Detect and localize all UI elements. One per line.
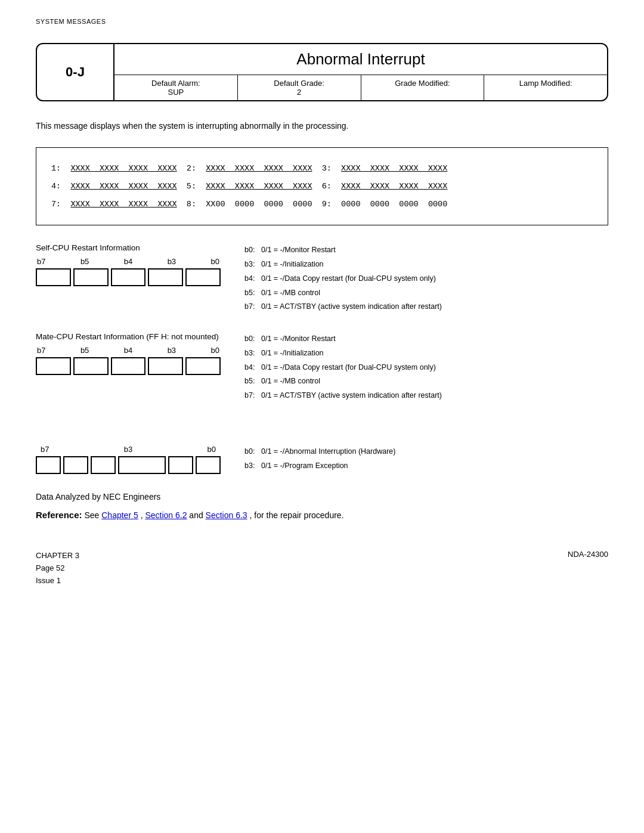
self-cpu-diagram: b7 b5 b4 b3 b0 xyxy=(36,257,221,286)
third-diagram: b7 b3 b0 xyxy=(36,445,221,474)
footer-right: NDA-24300 xyxy=(568,550,608,559)
col-lamp-modified: Lamp Modified: xyxy=(484,75,607,100)
third-bit-info-row-b3: b3: 0/1 = -/Program Exception xyxy=(244,459,395,473)
code-line-3: 7: XXXX XXXX XXXX XXXX 8: XX00 0000 0000… xyxy=(51,196,593,213)
reference-label: Reference: xyxy=(36,510,82,520)
mate-label-b3: b3 xyxy=(168,346,176,355)
reference-link-chapter5[interactable]: Chapter 5 xyxy=(101,510,138,520)
label-b3: b3 xyxy=(168,257,176,266)
mate-cpu-bit-labels: b7 b5 b4 b3 b0 xyxy=(36,346,221,355)
data-analyzed: Data Analyzed by NEC Engineers xyxy=(36,492,608,501)
third-bit-section: b7 b3 b0 b0: 0/1 = -/Abnormal Interrupti… xyxy=(36,421,608,474)
bit-info-row-b5: b5: 0/1 = -/MB control xyxy=(244,286,442,301)
header-right: Abnormal Interrupt Default Alarm: SUP De… xyxy=(114,44,607,100)
mate-bit-info-row-b7: b7: 0/1 = ACT/STBY (active system indica… xyxy=(244,389,442,403)
description-text: This message displays when the system is… xyxy=(36,119,608,132)
bit-info-row-b3: b3: 0/1 = -/Initialization xyxy=(244,258,442,272)
footer-issue: Issue 1 xyxy=(36,575,79,587)
mate-cpu-diagram: b7 b5 b4 b3 b0 xyxy=(36,346,221,375)
third-bit-box-1 xyxy=(36,456,61,474)
third-bit-boxes xyxy=(36,456,221,474)
code-label: 0-J xyxy=(37,44,114,100)
mate-bit-box-2 xyxy=(73,357,109,375)
col-alarm-value: SUP xyxy=(120,88,231,97)
reference-link-section63[interactable]: Section 6.3 xyxy=(206,510,247,520)
self-cpu-bit-labels: b7 b5 b4 b3 b0 xyxy=(36,257,221,266)
self-cpu-bit-info: b0: 0/1 = -/Monitor Restart b3: 0/1 = -/… xyxy=(244,243,442,314)
mate-bit-info-row-b4: b4: 0/1 = -/Data Copy restart (for Dual-… xyxy=(244,361,442,375)
mate-bit-box-1 xyxy=(36,357,71,375)
mate-bit-info-row-b3: b3: 0/1 = -/Initialization xyxy=(244,346,442,361)
self-cpu-diagram-container: Self-CPU Restart Information b7 b5 b4 b3… xyxy=(36,243,221,286)
mate-cpu-bit-boxes xyxy=(36,357,221,375)
mate-bit-info-row-b0: b0: 0/1 = -/Monitor Restart xyxy=(244,332,442,346)
third-spacer xyxy=(36,421,221,445)
header-columns: Default Alarm: SUP Default Grade: 2 Grad… xyxy=(114,75,607,100)
self-cpu-title: Self-CPU Restart Information xyxy=(36,243,221,252)
footer-left: CHAPTER 3 Page 52 Issue 1 xyxy=(36,550,79,587)
mate-label-b4: b4 xyxy=(124,346,132,355)
third-bit-box-2 xyxy=(63,456,88,474)
bit-box-1 xyxy=(36,268,71,286)
col-alarm-label: Default Alarm: xyxy=(120,79,231,88)
label-b4: b4 xyxy=(124,257,132,266)
reference-sep2: and xyxy=(189,510,205,520)
mate-cpu-diagram-container: Mate-CPU Restart Information (FF H: not … xyxy=(36,332,221,375)
bit-box-3 xyxy=(111,268,146,286)
footer-page: Page 52 xyxy=(36,562,79,575)
bit-box-2 xyxy=(73,268,109,286)
label-b0: b0 xyxy=(211,257,219,266)
mate-cpu-bit-info: b0: 0/1 = -/Monitor Restart b3: 0/1 = -/… xyxy=(244,332,442,403)
mate-bit-box-3 xyxy=(111,357,146,375)
col-grade-value: 2 xyxy=(244,88,355,97)
third-bit-info-row-b0: b0: 0/1 = -/Abnormal Interruption (Hardw… xyxy=(244,445,395,459)
bit-info-row-b7: b7: 0/1 = ACT/STBY (active system indica… xyxy=(244,300,442,314)
mate-label-b0: b0 xyxy=(211,346,219,355)
third-bit-labels: b7 b3 b0 xyxy=(36,445,221,454)
bit-box-5 xyxy=(185,268,221,286)
bit-info-row-b0: b0: 0/1 = -/Monitor Restart xyxy=(244,243,442,258)
col-alarm: Default Alarm: SUP xyxy=(114,75,238,100)
third-bit-box-5 xyxy=(168,456,193,474)
third-bit-box-6 xyxy=(196,456,221,474)
mate-cpu-section: Mate-CPU Restart Information (FF H: not … xyxy=(36,332,608,403)
system-messages-label: SYSTEM MESSAGES xyxy=(36,18,608,25)
bit-box-4 xyxy=(148,268,183,286)
footer-chapter: CHAPTER 3 xyxy=(36,550,79,562)
footer-doc: NDA-24300 xyxy=(568,550,608,559)
code-line-1: 1: XXXX XXXX XXXX XXXX 2: XXXX XXXX XXXX… xyxy=(51,160,593,178)
mate-bit-info-row-b5: b5: 0/1 = -/MB control xyxy=(244,374,442,389)
page-title: Abnormal Interrupt xyxy=(114,44,607,75)
third-label-b7: b7 xyxy=(41,445,49,454)
self-cpu-bit-boxes xyxy=(36,268,221,286)
code-box: 1: XXXX XXXX XXXX XXXX 2: XXXX XXXX XXXX… xyxy=(36,147,608,225)
third-label-b0: b0 xyxy=(208,445,216,454)
third-bit-box-4 xyxy=(118,456,166,474)
label-b5: b5 xyxy=(80,257,89,266)
third-bit-info: b0: 0/1 = -/Abnormal Interruption (Hardw… xyxy=(244,445,395,473)
third-diagram-container: b7 b3 b0 xyxy=(36,421,221,474)
third-bit-box-3 xyxy=(91,456,116,474)
mate-bit-box-4 xyxy=(148,357,183,375)
col-grade-modified: Grade Modified: xyxy=(361,75,485,100)
mate-bit-box-5 xyxy=(185,357,221,375)
mate-cpu-title: Mate-CPU Restart Information (FF H: not … xyxy=(36,332,221,341)
col-grade-modified-label: Grade Modified: xyxy=(367,79,478,88)
header-card: 0-J Abnormal Interrupt Default Alarm: SU… xyxy=(36,43,608,101)
self-cpu-section: Self-CPU Restart Information b7 b5 b4 b3… xyxy=(36,243,608,314)
reference-text-before: See xyxy=(84,510,101,520)
col-grade-label: Default Grade: xyxy=(244,79,355,88)
col-lamp-modified-label: Lamp Modified: xyxy=(490,79,601,88)
footer: CHAPTER 3 Page 52 Issue 1 NDA-24300 xyxy=(36,550,608,587)
code-line-2: 4: XXXX XXXX XXXX XXXX 5: XXXX XXXX XXXX… xyxy=(51,178,593,196)
reference-link-section62[interactable]: Section 6.2 xyxy=(145,510,187,520)
mate-label-b5: b5 xyxy=(80,346,89,355)
mate-label-b7: b7 xyxy=(37,346,45,355)
reference-text-after: , for the repair procedure. xyxy=(250,510,344,520)
third-label-b3: b3 xyxy=(124,445,132,454)
bit-info-row-b4: b4: 0/1 = -/Data Copy restart (for Dual-… xyxy=(244,272,442,286)
label-b7: b7 xyxy=(37,257,45,266)
reference-line: Reference: See Chapter 5 , Section 6.2 a… xyxy=(36,510,608,520)
col-grade: Default Grade: 2 xyxy=(238,75,361,100)
